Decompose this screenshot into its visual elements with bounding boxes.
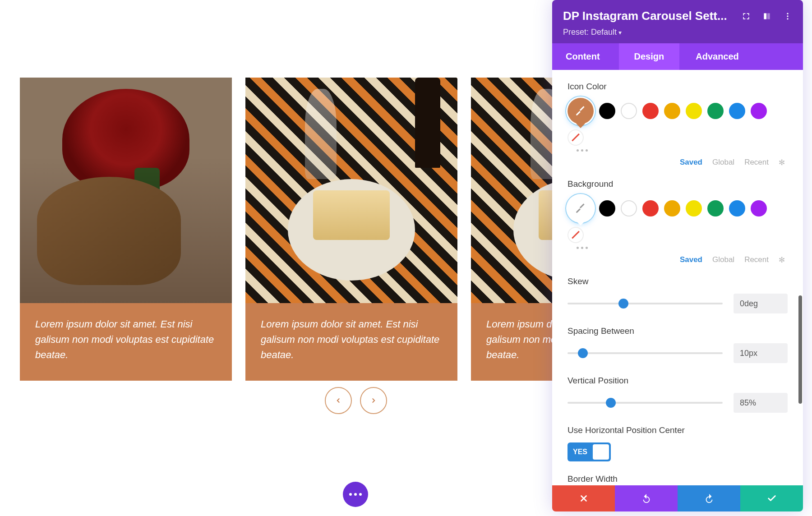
color-swatch[interactable] [621,200,637,217]
svg-point-2 [787,13,788,14]
vertical-position-slider[interactable] [567,402,723,404]
slider-thumb[interactable] [606,398,616,408]
color-swatch[interactable] [664,200,680,217]
snap-icon[interactable] [762,12,771,21]
palette-tab-saved[interactable]: Saved [680,255,702,265]
spacing-slider[interactable] [567,352,723,354]
svg-rect-1 [767,13,770,19]
module-settings-panel: DP Instagram Carousel Sett... Preset: De… [552,0,803,511]
color-swatch[interactable] [686,103,702,119]
slider-thumb[interactable] [618,299,628,309]
color-picker-current[interactable] [567,195,594,221]
palette-tab-global[interactable]: Global [712,255,734,265]
color-swatch[interactable] [751,103,767,119]
card-caption: Lorem ipsum dolor sit amet. Est nisi gal… [245,303,457,381]
chevron-left-icon [334,396,342,405]
more-colors-icon[interactable] [577,149,788,152]
color-swatch[interactable] [664,103,680,119]
palette-tab-recent[interactable]: Recent [744,158,769,167]
palette-tab-recent[interactable]: Recent [744,255,769,265]
color-swatch[interactable] [599,200,615,217]
color-picker-current[interactable] [567,98,594,124]
redo-icon [704,493,714,503]
skew-value[interactable]: 0deg [734,294,788,313]
carousel-card[interactable]: Lorem ipsum dolor sit amet. Est nisi gal… [471,78,561,381]
card-image [20,78,232,303]
instagram-carousel: Lorem ipsum dolor sit amet. Est nisi gal… [20,78,561,381]
color-swatch[interactable] [729,103,745,119]
skew-label: Skew [567,276,788,286]
close-icon [579,493,589,503]
kebab-menu-icon[interactable] [783,12,792,21]
carousel-card[interactable]: Lorem ipsum dolor sit amet. Est nisi gal… [20,78,232,381]
dots-icon [349,493,362,496]
panel-body[interactable]: Icon Color Saved Global Recent ✻ Backgro… [552,70,803,485]
carousel-card[interactable]: Lorem ipsum dolor sit amet. Est nisi gal… [245,78,457,381]
spacing-value[interactable]: 10px [734,343,788,363]
expand-icon[interactable] [742,12,751,21]
carousel-prev-button[interactable] [325,387,352,414]
slider-thumb[interactable] [578,348,588,358]
color-swatch[interactable] [686,200,702,217]
carousel-next-button[interactable] [360,387,387,414]
settings-tabs: Content Design Advanced [552,43,803,70]
color-swatch[interactable] [599,103,615,119]
color-swatch-none[interactable] [567,129,584,146]
svg-point-3 [787,15,788,17]
panel-header: DP Instagram Carousel Sett... Preset: De… [552,0,803,43]
cancel-button[interactable] [552,485,615,511]
undo-icon [641,493,651,503]
card-image [245,78,457,303]
preset-selector[interactable]: Preset: Default [563,28,792,37]
svg-point-4 [787,18,788,19]
more-colors-icon[interactable] [577,247,788,249]
color-swatch[interactable] [621,103,637,119]
tab-design[interactable]: Design [619,43,680,70]
palette-settings-icon[interactable]: ✻ [779,255,785,265]
save-button[interactable] [740,485,803,511]
eyedropper-icon [575,203,586,214]
panel-title: DP Instagram Carousel Sett... [563,9,727,23]
background-label: Background [567,179,788,189]
svg-rect-0 [764,13,766,19]
vertical-position-value[interactable]: 85% [734,393,788,413]
toggle-knob [593,444,609,460]
vertical-position-label: Vertical Position [567,376,788,386]
tab-content[interactable]: Content [552,43,619,70]
undo-button[interactable] [615,485,678,511]
color-swatch-none[interactable] [567,227,584,243]
color-swatch[interactable] [707,103,724,119]
redo-button[interactable] [678,485,740,511]
horizontal-center-label: Use Horizontal Position Center [567,425,788,435]
icon-color-label: Icon Color [567,82,788,92]
check-icon [767,493,777,503]
color-swatch[interactable] [729,200,745,217]
panel-footer [552,485,803,511]
palette-tab-global[interactable]: Global [712,158,734,167]
page-actions-fab[interactable] [343,482,368,507]
skew-slider[interactable] [567,303,723,304]
border-width-label: Border Width [567,474,788,484]
horizontal-center-toggle[interactable]: YES [567,442,611,461]
tab-advanced[interactable]: Advanced [679,43,754,70]
color-swatch[interactable] [642,103,659,119]
palette-settings-icon[interactable]: ✻ [779,158,785,167]
card-caption: Lorem ipsum dolor sit amet. Est nisi gal… [20,303,232,381]
card-caption: Lorem ipsum dolor sit amet. Est nisi gal… [471,303,561,381]
spacing-label: Spacing Between [567,326,788,336]
scrollbar-thumb[interactable] [798,295,802,404]
color-swatch[interactable] [751,200,767,217]
eyedropper-icon [575,105,586,117]
chevron-right-icon [369,396,378,405]
toggle-label: YES [569,448,587,456]
color-swatch[interactable] [707,200,724,217]
card-image [471,78,561,303]
palette-tab-saved[interactable]: Saved [680,158,702,167]
color-swatch[interactable] [642,200,659,217]
